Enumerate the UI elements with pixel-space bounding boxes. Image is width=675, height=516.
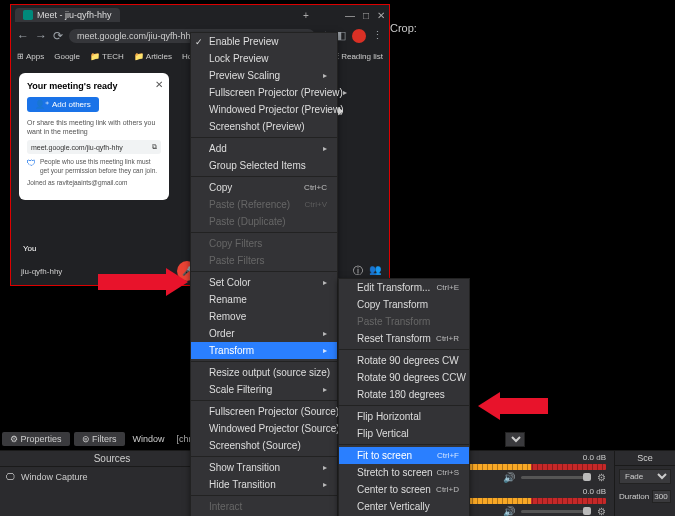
meet-icon [23, 10, 33, 20]
minimize-icon[interactable]: — [345, 10, 355, 21]
meeting-code: jiu-qyfh-hhy [21, 267, 62, 276]
menu-item-copy-filters: Copy Filters [191, 235, 337, 252]
meeting-ready-card: ✕ Your meeting's ready 👤⁺ Add others Or … [19, 73, 169, 200]
menu-item-group-selected-items[interactable]: Group Selected Items [191, 157, 337, 174]
new-tab-icon[interactable]: + [303, 10, 309, 21]
menu-item-screenshot-preview-[interactable]: Screenshot (Preview) [191, 118, 337, 135]
menu-item-rotate-90-degrees-cw[interactable]: Rotate 90 degrees CW [339, 352, 469, 369]
menu-item-paste-duplicate-: Paste (Duplicate) [191, 213, 337, 230]
info-icon[interactable]: ⓘ [353, 264, 363, 278]
menu-dots-icon[interactable]: ⋮ [372, 29, 383, 43]
menu-item-show-transition[interactable]: Show Transition▸ [191, 459, 337, 476]
fade-select[interactable]: Fade [619, 469, 671, 484]
menu-item-transform[interactable]: Transform▸ [191, 342, 337, 359]
transitions-header: Sce [615, 451, 675, 466]
desktop-volume-slider[interactable] [521, 476, 591, 479]
tab-title: Meet - jiu-qyfh-hhy [37, 10, 112, 20]
properties-tab[interactable]: ⚙ Properties [2, 432, 70, 446]
menu-item-copy[interactable]: CopyCtrl+C [191, 179, 337, 196]
menu-item-add[interactable]: Add▸ [191, 140, 337, 157]
meeting-link: meet.google.com/jiu-qyfh-hhy [31, 144, 123, 151]
menu-item-flip-horizontal[interactable]: Flip Horizontal [339, 408, 469, 425]
speaker-icon[interactable]: 🔊 [503, 472, 515, 483]
people-icon[interactable]: 👥 [369, 264, 381, 278]
you-label: You [23, 244, 37, 253]
duration-input[interactable] [652, 490, 671, 503]
menu-item-paste-reference-: Paste (Reference)Ctrl+V [191, 196, 337, 213]
mixer-settings-icon[interactable]: ⚙ [597, 472, 606, 483]
menu-item-set-color[interactable]: Set Color▸ [191, 274, 337, 291]
menu-item-reset-transform[interactable]: Reset TransformCtrl+R [339, 330, 469, 347]
menu-item-lock-preview[interactable]: Lock Preview [191, 50, 337, 67]
menu-item-interact: Interact [191, 498, 337, 515]
menu-item-center-to-screen[interactable]: Center to screenCtrl+D [339, 481, 469, 498]
browser-tab-strip: Meet - jiu-qyfh-hhy + — □ ✕ [11, 5, 389, 25]
reload-icon[interactable]: ⟳ [53, 29, 63, 43]
menu-item-rotate-90-degrees-ccw[interactable]: Rotate 90 degrees CCW [339, 369, 469, 386]
bookmark-apps[interactable]: ⊞ Apps [17, 52, 44, 61]
menu-item-stretch-to-screen[interactable]: Stretch to screenCtrl+S [339, 464, 469, 481]
joined-as: Joined as ravitejaaints@gmail.com [27, 179, 161, 187]
copy-icon[interactable]: ⧉ [152, 143, 157, 151]
close-window-icon[interactable]: ✕ [377, 10, 385, 21]
transitions-panel: Sce Fade Duration [615, 451, 675, 516]
menu-item-rotate-180-degrees[interactable]: Rotate 180 degrees [339, 386, 469, 403]
crop-label: Crop: [390, 22, 417, 34]
card-heading: Your meeting's ready [27, 81, 161, 91]
filters-tab[interactable]: ⊜ Filters [74, 432, 125, 446]
maximize-icon[interactable]: □ [363, 10, 369, 21]
mixer-settings-icon[interactable]: ⚙ [597, 506, 606, 516]
menu-item-scale-filtering[interactable]: Scale Filtering▸ [191, 381, 337, 398]
mic-volume-slider[interactable] [521, 510, 591, 513]
security-text: People who use this meeting link must ge… [40, 158, 161, 175]
forward-icon[interactable]: → [35, 29, 47, 43]
close-icon[interactable]: ✕ [155, 79, 163, 90]
menu-item-hide-transition[interactable]: Hide Transition▸ [191, 476, 337, 493]
svg-rect-0 [23, 10, 33, 20]
meeting-link-box: meet.google.com/jiu-qyfh-hhy ⧉ [27, 140, 161, 154]
menu-item-copy-transform[interactable]: Copy Transform [339, 296, 469, 313]
menu-item-preview-scaling[interactable]: Preview Scaling▸ [191, 67, 337, 84]
bookmark-google[interactable]: Google [54, 52, 80, 61]
menu-item-fit-to-screen[interactable]: Fit to screenCtrl+F [339, 447, 469, 464]
reading-list[interactable]: ☰ Reading list [332, 52, 383, 61]
menu-item-paste-transform: Paste Transform [339, 313, 469, 330]
menu-item-center-vertically[interactable]: Center Vertically [339, 498, 469, 515]
shield-icon: 🛡 [27, 158, 36, 175]
profile-avatar[interactable] [352, 29, 366, 43]
duration-row: Duration [615, 487, 675, 506]
window-label: Window [129, 432, 169, 446]
menu-item-windowed-projector-preview-[interactable]: Windowed Projector (Preview) [191, 101, 337, 118]
bookmark-tech[interactable]: 📁 TECH [90, 52, 124, 61]
menu-item-resize-output-source-size-[interactable]: Resize output (source size) [191, 364, 337, 381]
menu-item-paste-filters: Paste Filters [191, 252, 337, 269]
menu-item-rename[interactable]: Rename [191, 291, 337, 308]
source-context-menu[interactable]: ✓Enable PreviewLock PreviewPreview Scali… [190, 32, 338, 516]
menu-item-windowed-projector-source-[interactable]: Windowed Projector (Source) [191, 420, 337, 437]
add-others-button[interactable]: 👤⁺ Add others [27, 97, 99, 112]
menu-item-edit-transform-[interactable]: Edit Transform...Ctrl+E [339, 279, 469, 296]
small-select[interactable] [505, 432, 525, 447]
back-icon[interactable]: ← [17, 29, 29, 43]
bookmark-articles[interactable]: 📁 Articles [134, 52, 172, 61]
menu-item-flip-vertical[interactable]: Flip Vertical [339, 425, 469, 442]
transform-submenu[interactable]: Edit Transform...Ctrl+ECopy TransformPas… [338, 278, 470, 516]
speaker-icon[interactable]: 🔊 [503, 506, 515, 516]
browser-tab[interactable]: Meet - jiu-qyfh-hhy [15, 8, 120, 22]
menu-item-fullscreen-projector-source-[interactable]: Fullscreen Projector (Source)▸ [191, 403, 337, 420]
menu-item-enable-preview[interactable]: ✓Enable Preview [191, 33, 337, 50]
menu-item-screenshot-source-[interactable]: Screenshot (Source) [191, 437, 337, 454]
share-text: Or share this meeting link with others y… [27, 118, 161, 136]
menu-item-remove[interactable]: Remove [191, 308, 337, 325]
source-label: Window Capture [21, 472, 88, 482]
window-controls: + — □ ✕ [303, 10, 385, 21]
monitor-icon: 🖵 [6, 472, 15, 482]
menu-item-fullscreen-projector-preview-[interactable]: Fullscreen Projector (Preview)▸ [191, 84, 337, 101]
menu-item-order[interactable]: Order▸ [191, 325, 337, 342]
